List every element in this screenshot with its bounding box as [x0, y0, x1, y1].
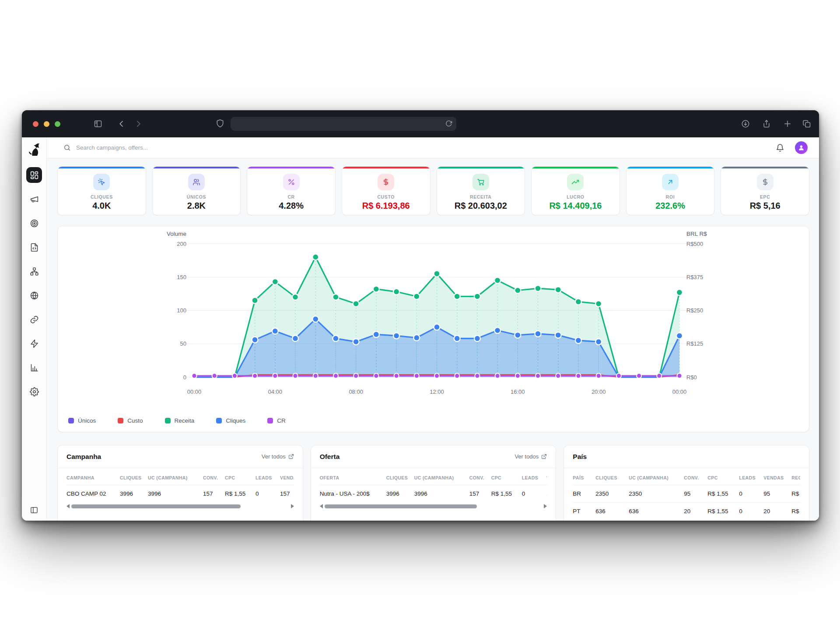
volume-chart: 200R$500150R$375100R$25050R$1250R$0Volum… [58, 226, 810, 433]
column-header: UC (CAMPANHA) [414, 470, 469, 485]
svg-text:R$250: R$250 [686, 307, 703, 314]
volume-chart-card: 200R$500150R$375100R$25050R$1250R$0Volum… [57, 226, 809, 432]
stat-accent-bar [626, 167, 714, 168]
browser-sidebar-toggle-icon[interactable] [94, 119, 102, 128]
topbar [47, 137, 819, 158]
legend-label: Únicos [78, 417, 96, 424]
shield-icon[interactable] [216, 119, 224, 128]
column-header: VENDAS [546, 470, 547, 485]
stat-accent-bar [247, 167, 335, 168]
scroll-left-arrow[interactable] [320, 504, 323, 508]
table-cell: CBO CAMP 02 [66, 485, 120, 502]
horizontal-scrollbar[interactable] [66, 503, 294, 510]
legend-swatch [68, 418, 74, 424]
sidebar-item-globe[interactable] [26, 287, 42, 303]
stat-value: R$ 20.603,02 [455, 201, 507, 211]
stat-accent-bar [532, 167, 620, 168]
svg-text:04:00: 04:00 [268, 388, 283, 395]
stat-card-cliques: CLIQUES4.0K [57, 166, 146, 215]
table-cell: R$ 9.288,09 [791, 485, 800, 502]
sidebar-item-megaphone[interactable] [26, 191, 42, 207]
scrollbar-thumb[interactable] [71, 504, 241, 508]
file-code-icon [30, 243, 39, 252]
table-card-header: OfertaVer todos [311, 445, 556, 468]
sidebar-item-link[interactable] [26, 312, 42, 327]
sidebar-item-bar-chart[interactable] [26, 360, 42, 375]
stat-label: CUSTO [377, 194, 395, 200]
new-tab-icon[interactable] [783, 119, 792, 128]
zoom-window-button[interactable] [55, 121, 60, 127]
stat-card-únicos: ÚNICOS2.8K [152, 166, 241, 215]
column-header: CPC [225, 470, 256, 485]
user-icon [798, 144, 805, 151]
stat-value: 4.0K [92, 201, 111, 211]
table-cell: R$ 3.484,10 [791, 502, 800, 520]
column-header: RECEITA (CO [791, 470, 800, 485]
legend-label: Receita [175, 417, 195, 424]
data-table: PAÍSCLIQUESUC (CAMPANHA)CONV.CPCLEADSVEN… [573, 470, 800, 520]
sidebar-item-zap[interactable] [26, 336, 42, 351]
table-cell: 157 [546, 485, 547, 502]
user-avatar[interactable] [795, 141, 808, 154]
table-cell: 157 [280, 485, 294, 502]
legend-item-cr[interactable]: CR [267, 417, 286, 424]
stat-card-cr: CR4.28% [247, 166, 336, 215]
sidebar-item-target[interactable] [26, 215, 42, 231]
ver-todos-link[interactable]: Ver todos [514, 453, 547, 460]
legend-item-cliques[interactable]: Cliques [216, 417, 245, 424]
notifications-bell-icon[interactable] [776, 144, 784, 152]
column-header: CLIQUES [386, 470, 414, 485]
minimize-window-button[interactable] [44, 121, 49, 127]
tab-overview-icon[interactable] [802, 119, 811, 128]
column-header: CPC [491, 470, 522, 485]
scroll-right-arrow[interactable] [291, 504, 294, 508]
address-bar[interactable] [231, 117, 456, 131]
column-header: CPC [707, 470, 739, 485]
legend-item-custo[interactable]: Custo [118, 417, 143, 424]
svg-text:12:00: 12:00 [430, 388, 444, 395]
search-icon [63, 144, 71, 151]
share-icon[interactable] [762, 119, 771, 128]
search-input[interactable] [76, 144, 260, 151]
ver-todos-link[interactable]: Ver todos [262, 453, 294, 460]
sidebar-item-file-code[interactable] [26, 239, 42, 255]
svg-text:08:00: 08:00 [349, 388, 363, 395]
sidebar-collapse[interactable] [22, 506, 46, 514]
back-icon[interactable] [117, 119, 126, 128]
downloads-icon[interactable] [741, 119, 750, 128]
legend-item-únicos[interactable]: Únicos [68, 417, 96, 424]
scrollbar-thumb[interactable] [325, 504, 477, 508]
column-header: CAMPANHA [66, 470, 120, 485]
dog-logo[interactable] [28, 143, 41, 156]
sidebar-item-settings[interactable] [26, 384, 42, 399]
legend-item-receita[interactable]: Receita [165, 417, 195, 424]
column-header: UC (CAMPANHA) [148, 470, 203, 485]
reload-icon[interactable] [445, 120, 452, 127]
click-icon [93, 174, 110, 190]
table-cell: 0 [256, 485, 280, 502]
sidebar-item-sitemap[interactable] [26, 263, 42, 279]
global-search[interactable] [63, 144, 776, 151]
address-input[interactable] [231, 117, 456, 131]
svg-text:100: 100 [177, 307, 186, 314]
stat-card-lucro: LUCROR$ 14.409,16 [531, 166, 620, 215]
app-sidebar [22, 137, 47, 521]
forward-icon[interactable] [134, 119, 143, 128]
ver-todos-label: Ver todos [262, 453, 286, 460]
stat-value: 232.6% [655, 201, 685, 211]
table-cell: 0 [522, 485, 546, 502]
close-window-button[interactable] [33, 121, 38, 127]
horizontal-scrollbar[interactable] [320, 503, 547, 510]
legend-label: CR [277, 417, 286, 424]
external-link-icon [288, 454, 294, 459]
sidebar-item-dashboard[interactable] [26, 167, 42, 183]
table-card-oferta: OfertaVer todosOFERTACLIQUESUC (CAMPANHA… [311, 445, 556, 521]
svg-text:R$125: R$125 [686, 340, 703, 347]
table-cell: 2350 [595, 485, 629, 502]
settings-icon [30, 387, 39, 396]
svg-text:Volume: Volume [167, 231, 186, 237]
svg-text:R$0: R$0 [686, 374, 697, 381]
scroll-right-arrow[interactable] [544, 504, 547, 508]
scroll-left-arrow[interactable] [66, 504, 70, 508]
main-area: CLIQUES4.0KÚNICOS2.8KCR4.28%CUSTOR$ 6.19… [47, 137, 819, 521]
